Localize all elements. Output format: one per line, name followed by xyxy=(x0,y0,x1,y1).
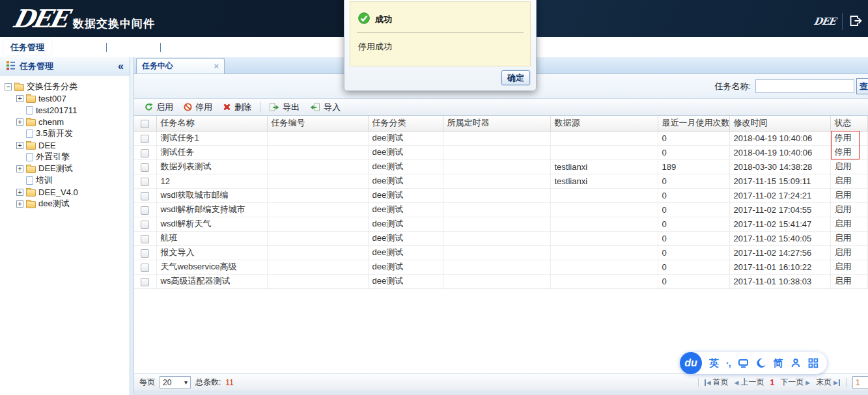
tree-item[interactable]: +dee测试 xyxy=(5,198,130,210)
nav-item-3[interactable]: 系统设置 xyxy=(163,39,212,56)
toolbar-button-2[interactable]: 删除 xyxy=(217,100,257,115)
column-header-5[interactable]: 最近一月使用次数 xyxy=(658,116,729,131)
cell-datasource xyxy=(550,131,658,145)
tree-item[interactable]: +DEE xyxy=(5,139,130,151)
row-checkbox[interactable] xyxy=(141,163,149,172)
ime-english-mode[interactable]: 英 xyxy=(709,357,719,370)
ime-simplified-mode[interactable]: 简 xyxy=(774,357,783,370)
table-row[interactable]: 12dee测试testlianxi02017-11-15 15:09:11启用 xyxy=(134,174,868,188)
tree-item[interactable]: 培训 xyxy=(5,174,130,186)
tree-toggle-plus-icon[interactable]: + xyxy=(16,165,23,172)
next-page-button[interactable]: 下一页 ▶ xyxy=(780,377,810,388)
cell-code xyxy=(267,231,368,245)
tree-item[interactable]: +DEE_V4.0 xyxy=(5,186,130,198)
table-row[interactable]: wsdl获取城市邮编dee测试02017-11-02 17:24:21启用 xyxy=(134,188,868,202)
prev-page-button[interactable]: ◀ 上一页 xyxy=(735,377,764,388)
cell-code xyxy=(267,274,368,288)
cell-category: dee测试 xyxy=(368,274,443,288)
tree-item[interactable]: +test007 xyxy=(5,92,130,104)
table-row[interactable]: 天气webservice高级dee测试02017-11-01 16:10:22启… xyxy=(134,260,868,274)
cell-modified: 2017-11-01 16:10:22 xyxy=(729,260,830,274)
table-row[interactable]: ws高级适配器测试dee测试02017-11-01 10:38:03启用 xyxy=(134,274,868,288)
table-row[interactable]: 报文导入dee测试02017-11-02 14:27:56启用 xyxy=(134,245,868,260)
page-number-input[interactable] xyxy=(852,376,868,388)
ime-night-mode-icon[interactable] xyxy=(756,358,766,368)
logout-button[interactable] xyxy=(849,15,863,29)
ime-punctuation-icon[interactable]: ·, xyxy=(726,358,731,368)
toolbar-button-3[interactable]: 导出 xyxy=(264,100,305,115)
table-row[interactable]: wsdl解析天气dee测试02017-11-02 15:41:47启用 xyxy=(134,217,868,231)
row-checkbox-cell xyxy=(134,145,156,159)
cell-modified: 2017-11-01 10:38:03 xyxy=(729,274,830,288)
nav-item-1[interactable]: 任务监控 xyxy=(55,39,104,56)
row-checkbox[interactable] xyxy=(141,264,149,272)
tree-toggle-minus-icon[interactable]: − xyxy=(5,83,12,90)
toolbar-button-0[interactable]: 启用 xyxy=(139,100,178,115)
toolbar-button-4[interactable]: 导入 xyxy=(305,100,346,115)
table-row[interactable]: 测试任务1dee测试02018-04-19 10:40:06停用 xyxy=(134,131,868,145)
tab-task-center[interactable]: 任务中心 × xyxy=(136,58,225,74)
folder-icon xyxy=(26,201,36,208)
column-header-3[interactable]: 所属定时器 xyxy=(443,116,550,131)
tree-toggle-plus-icon[interactable]: + xyxy=(16,95,23,102)
collapse-sidebar-button[interactable]: « xyxy=(118,61,124,72)
page-size-select[interactable]: 20 ▾ xyxy=(160,376,191,388)
tree-item[interactable]: 3.5新开发 xyxy=(5,128,130,139)
row-checkbox[interactable] xyxy=(141,135,149,143)
tree-item-label: chenm xyxy=(38,117,64,127)
cell-name: 12 xyxy=(156,174,267,188)
tree-item[interactable]: test201711 xyxy=(5,104,130,116)
last-page-button[interactable]: 末页 ▶ xyxy=(816,377,840,388)
folder-open-icon xyxy=(14,84,24,91)
table-row[interactable]: 航班dee测试02017-11-02 15:40:05启用 xyxy=(134,231,868,245)
tree-item-label: DEE测试 xyxy=(38,163,73,174)
nav-item-2[interactable]: 基础设置 xyxy=(109,39,158,56)
search-button[interactable]: 查 xyxy=(856,78,868,94)
tree-toggle-plus-icon[interactable]: + xyxy=(16,118,23,126)
table-row[interactable]: wsdl解析邮编支持城市dee测试02017-11-02 17:04:55启用 xyxy=(134,202,868,217)
ime-menu-grid-icon[interactable] xyxy=(808,358,819,368)
cell-datasource xyxy=(550,217,658,231)
row-checkbox[interactable] xyxy=(141,278,149,286)
column-header-6[interactable]: 修改时间 xyxy=(729,116,830,131)
table-row[interactable]: 测试任务dee测试02018-04-19 10:40:06停用 xyxy=(134,145,868,159)
mini-dee-logo: DEE xyxy=(813,16,837,27)
row-checkbox[interactable] xyxy=(141,178,149,186)
tree-item[interactable]: −交换任务分类 xyxy=(5,81,130,92)
column-header-1[interactable]: 任务编号 xyxy=(267,116,368,131)
ime-user-icon[interactable] xyxy=(791,358,801,368)
cell-code xyxy=(267,188,368,202)
row-checkbox[interactable] xyxy=(141,249,149,258)
tree-toggle-plus-icon[interactable]: + xyxy=(16,142,23,149)
row-checkbox[interactable] xyxy=(141,192,149,200)
first-page-button[interactable]: ◀ 首页 xyxy=(705,377,729,388)
tree-item-label: 外置引擎 xyxy=(36,151,70,163)
column-header-0[interactable]: 任务名称 xyxy=(156,116,267,131)
row-checkbox[interactable] xyxy=(141,221,149,229)
ime-logo[interactable]: du xyxy=(680,352,702,374)
column-header-7[interactable]: 状态 xyxy=(830,116,868,131)
column-header-4[interactable]: 数据源 xyxy=(550,116,658,131)
select-all-checkbox[interactable] xyxy=(141,120,149,128)
toolbar-button-1[interactable]: 停用 xyxy=(178,100,217,115)
pager-divider xyxy=(698,378,699,387)
success-dialog: 成功 停用成功 确定 xyxy=(344,0,537,91)
tree-item[interactable]: 外置引擎 xyxy=(5,151,130,163)
row-checkbox[interactable] xyxy=(141,149,149,157)
ime-keyboard-icon[interactable] xyxy=(738,358,749,368)
task-name-input[interactable] xyxy=(755,79,854,93)
row-checkbox[interactable] xyxy=(141,235,149,243)
cell-datasource xyxy=(550,145,658,159)
nav-item-0[interactable]: 任务管理 xyxy=(4,40,51,55)
tab-close-icon[interactable]: × xyxy=(214,62,219,70)
table-row[interactable]: 数据列表测试dee测试testlianxi1892018-03-30 14:38… xyxy=(134,159,868,174)
ok-button[interactable]: 确定 xyxy=(501,70,530,85)
tree-toggle-plus-icon[interactable]: + xyxy=(16,189,23,196)
tree-item[interactable]: +DEE测试 xyxy=(5,163,130,174)
header-checkbox-cell xyxy=(134,116,156,131)
cell-name: 测试任务 xyxy=(156,145,267,159)
row-checkbox[interactable] xyxy=(141,206,149,215)
column-header-2[interactable]: 任务分类 xyxy=(368,116,443,131)
tree-item[interactable]: +chenm xyxy=(5,116,130,128)
tree-toggle-plus-icon[interactable]: + xyxy=(16,200,23,208)
